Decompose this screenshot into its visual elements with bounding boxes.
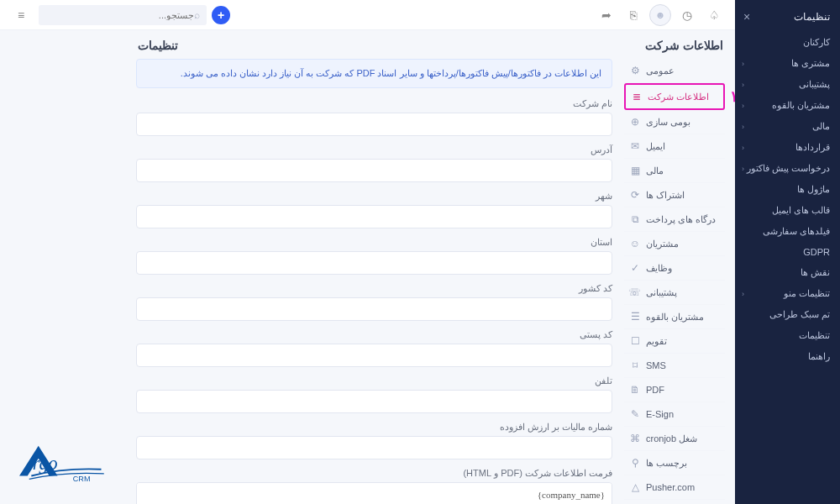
subnav-item-label: Pusher.com bbox=[646, 482, 695, 492]
input-zip-code[interactable] bbox=[136, 344, 612, 367]
settings-label: تنظیمات bbox=[138, 39, 178, 52]
subnav-item-3[interactable]: ایمیل✉ bbox=[624, 134, 725, 159]
sidebar-item-label: ماژول ها bbox=[797, 184, 830, 195]
input-company-name[interactable] bbox=[136, 113, 612, 136]
input-address[interactable] bbox=[136, 159, 612, 182]
subnav-item-icon: ⟳ bbox=[629, 189, 641, 201]
sidebar-item-1[interactable]: مشتری ها‹ bbox=[735, 53, 840, 74]
subnav-item-11[interactable]: تقویم☐ bbox=[624, 329, 725, 354]
bell-icon[interactable]: ♤ bbox=[703, 4, 725, 26]
input-country-code[interactable] bbox=[136, 297, 612, 321]
sidebar-item-4[interactable]: مالی‹ bbox=[735, 116, 840, 137]
sidebar-item-15[interactable]: راهنما bbox=[735, 346, 840, 367]
subnav-item-9[interactable]: پشتیبانی☏ bbox=[624, 281, 725, 305]
sidebar-item-13[interactable]: تم سبک طراحی bbox=[735, 304, 840, 325]
label-city: شهر bbox=[136, 191, 612, 202]
sidebar-item-0[interactable]: کارکنان bbox=[735, 32, 840, 53]
clock-icon[interactable]: ◷ bbox=[676, 4, 698, 26]
subnav-item-7[interactable]: مشتریان☺ bbox=[624, 232, 725, 256]
subnav-item-label: مشتریان bbox=[646, 239, 679, 249]
search-input[interactable] bbox=[45, 10, 194, 20]
sidebar-item-label: قراردادها bbox=[795, 142, 830, 153]
avatar[interactable]: ☻ bbox=[649, 4, 671, 26]
sidebar-item-6[interactable]: درخواست پیش فاکتور‹ bbox=[735, 158, 840, 179]
subnav-item-icon: ☰ bbox=[629, 311, 641, 323]
sidebar-item-7[interactable]: ماژول ها bbox=[735, 179, 840, 200]
sidebar-item-11[interactable]: نقش ها bbox=[735, 262, 840, 283]
subnav-item-18[interactable]: GoogleG bbox=[624, 500, 725, 504]
subnav-item-icon: ⌑ bbox=[629, 360, 641, 371]
subnav-item-4[interactable]: مالی▦ bbox=[624, 159, 725, 183]
clipboard-icon[interactable]: ⎘ bbox=[622, 4, 644, 26]
sidebar-item-10[interactable]: GDPR bbox=[735, 242, 840, 262]
logo-text-2: CRM bbox=[73, 475, 91, 483]
close-icon[interactable]: × bbox=[743, 10, 750, 24]
sidebar-item-14[interactable]: تنظیمات bbox=[735, 325, 840, 346]
subnav-item-2[interactable]: بومی سازی⊕ bbox=[624, 110, 725, 134]
page-heading: اطلاعات شرکت bbox=[645, 39, 723, 52]
subnav-item-1[interactable]: ۱اطلاعات شرکت≣ bbox=[624, 83, 725, 110]
subnav-item-icon: ⚲ bbox=[629, 457, 641, 469]
sidebar-item-3[interactable]: مشتریان بالقوه‹ bbox=[735, 95, 840, 116]
subnav-item-label: برچسب ها bbox=[646, 458, 687, 469]
subnav-item-icon: ☺ bbox=[629, 238, 641, 249]
sidebar-header: تنظیمات × bbox=[735, 7, 840, 32]
input-vat[interactable] bbox=[136, 436, 612, 459]
label-address: آدرس bbox=[136, 144, 612, 155]
subnav-item-icon: ✎ bbox=[629, 408, 641, 420]
share-icon[interactable]: ➦ bbox=[596, 4, 617, 26]
subnav-item-0[interactable]: عمومی⚙ bbox=[624, 59, 725, 83]
subnav-item-5[interactable]: اشتراک ها⟳ bbox=[624, 183, 725, 207]
sidebar-item-label: قالب های ایمیل bbox=[772, 205, 830, 216]
add-button[interactable]: + bbox=[212, 6, 230, 24]
subnav-item-label: مشتریان بالقوه bbox=[646, 312, 704, 323]
label-vat: شماره مالیات بر ارزش افزوده bbox=[136, 422, 612, 433]
subnav-item-10[interactable]: مشتریان بالقوه☰ bbox=[624, 305, 725, 329]
subnav-item-label: اشتراک ها bbox=[646, 190, 685, 201]
subnav-item-icon: ⧉ bbox=[629, 213, 641, 225]
subnav-item-icon: ✉ bbox=[629, 140, 641, 152]
label-country-code: کد کشور bbox=[136, 283, 612, 294]
sidebar-item-label: پشتیبانی bbox=[799, 79, 830, 90]
subnav-item-label: وظایف bbox=[646, 263, 672, 274]
subnav-item-8[interactable]: وظایف✓ bbox=[624, 256, 725, 281]
sidebar-item-9[interactable]: فیلدهای سفارشی bbox=[735, 221, 840, 242]
sidebar-item-label: نقش ها bbox=[801, 267, 830, 278]
subnav-item-icon: ☏ bbox=[629, 286, 641, 298]
sidebar-item-label: کارکنان bbox=[803, 37, 830, 48]
menu-icon[interactable]: ≡ bbox=[10, 4, 32, 26]
label-zip-code: کد پستی bbox=[136, 329, 612, 340]
sidebar-item-2[interactable]: پشتیبانی‹ bbox=[735, 74, 840, 95]
subnav-item-17[interactable]: Pusher.com△ bbox=[624, 475, 725, 500]
sidebar-item-label: تم سبک طراحی bbox=[769, 309, 830, 320]
logo: rgo CRM bbox=[0, 420, 126, 504]
subnav-item-icon: 🗎 bbox=[629, 384, 641, 396]
main-sidebar: تنظیمات × کارکنانمشتری ها‹پشتیبانی‹مشتری… bbox=[735, 0, 840, 504]
input-phone[interactable] bbox=[136, 390, 612, 413]
subnav-item-label: پشتیبانی bbox=[646, 287, 677, 298]
subnav-item-icon: ⌘ bbox=[629, 433, 641, 444]
label-phone: تلفن bbox=[136, 375, 612, 386]
logo-text-1: rgo bbox=[33, 452, 58, 473]
settings-subnav: عمومی⚙۱اطلاعات شرکت≣بومی سازی⊕ایمیل✉مالی… bbox=[624, 59, 725, 504]
sidebar-item-label: تنظیمات منو bbox=[784, 288, 830, 299]
subnav-item-13[interactable]: PDF🗎 bbox=[624, 378, 725, 402]
subnav-item-16[interactable]: برچسب ها⚲ bbox=[624, 451, 725, 475]
input-state[interactable] bbox=[136, 251, 612, 275]
sidebar-item-8[interactable]: قالب های ایمیل bbox=[735, 200, 840, 221]
input-city[interactable] bbox=[136, 205, 612, 228]
subnav-item-label: SMS bbox=[646, 360, 666, 370]
subnav-item-15[interactable]: شغل cronjob⌘ bbox=[624, 427, 725, 451]
sidebar-title: تنظیمات bbox=[794, 11, 830, 23]
subnav-item-14[interactable]: E-Sign✎ bbox=[624, 402, 725, 427]
sidebar-item-12[interactable]: تنظیمات منو‹ bbox=[735, 283, 840, 304]
sidebar-item-5[interactable]: قراردادها‹ bbox=[735, 137, 840, 158]
subnav-item-icon: ✓ bbox=[629, 262, 641, 274]
subnav-item-icon: ▦ bbox=[629, 165, 641, 176]
subnav-item-12[interactable]: SMS⌑ bbox=[624, 354, 725, 378]
textarea-format[interactable] bbox=[136, 482, 612, 504]
annotation-marker: ۱ bbox=[730, 87, 735, 106]
subnav-item-6[interactable]: درگاه های پرداخت⧉ bbox=[624, 207, 725, 232]
subnav-item-label: E-Sign bbox=[646, 409, 674, 419]
content-area: اطلاعات شرکت تنظیمات عمومی⚙۱اطلاعات شرکت… bbox=[126, 30, 735, 504]
